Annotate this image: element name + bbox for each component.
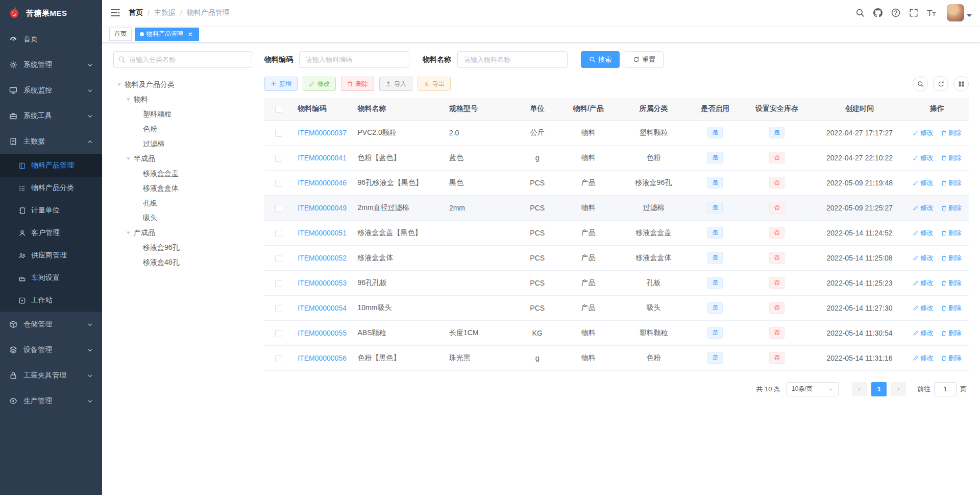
github-icon[interactable] — [873, 8, 883, 17]
material-code-link[interactable]: ITEM00000046 — [298, 179, 347, 187]
row-edit-button[interactable]: 修改 — [913, 228, 934, 238]
search-icon[interactable] — [855, 8, 865, 17]
tab-material-product-manage[interactable]: 物料产品管理 — [135, 28, 199, 41]
row-checkbox[interactable] — [275, 230, 282, 237]
breadcrumb-home[interactable]: 首页 — [129, 8, 143, 17]
reset-button[interactable]: 重置 — [625, 51, 664, 68]
row-delete-button[interactable]: 删除 — [941, 203, 962, 213]
row-edit-button[interactable]: 修改 — [913, 153, 934, 162]
row-edit-button[interactable]: 修改 — [913, 353, 934, 363]
row-edit-button[interactable]: 修改 — [913, 253, 934, 263]
goto-page-input[interactable] — [934, 382, 957, 396]
user-menu[interactable] — [947, 4, 972, 21]
tree-node[interactable]: 物料 — [113, 92, 252, 107]
row-edit-button[interactable]: 修改 — [913, 178, 934, 187]
sidebar-item-material-product-manage[interactable]: 物料产品管理 — [0, 154, 102, 177]
material-code-link[interactable]: ITEM00000041 — [298, 154, 347, 162]
material-code-link[interactable]: ITEM00000056 — [298, 354, 347, 362]
tab-close-icon[interactable] — [187, 31, 194, 38]
fullscreen-icon[interactable] — [909, 8, 918, 17]
search-button[interactable]: 搜索 — [581, 51, 620, 68]
tree-node[interactable]: 产成品 — [113, 225, 252, 240]
material-code-link[interactable]: ITEM00000051 — [298, 229, 347, 237]
sidebar-item-workshop-setting[interactable]: 车间设置 — [0, 267, 102, 289]
page-number-button[interactable]: 1 — [871, 382, 887, 396]
row-checkbox[interactable] — [275, 305, 282, 312]
sidebar-item-device-manage[interactable]: 设备管理 — [0, 337, 102, 363]
tree-node[interactable]: 塑料颗粒 — [113, 107, 252, 122]
row-edit-button[interactable]: 修改 — [913, 328, 934, 338]
tree-node[interactable]: 吸头 — [113, 210, 252, 225]
sidebar-item-system-manage[interactable]: 系统管理 — [0, 52, 102, 78]
help-icon[interactable] — [891, 8, 900, 17]
row-edit-button[interactable]: 修改 — [913, 203, 934, 213]
row-checkbox[interactable] — [275, 255, 282, 262]
row-edit-button[interactable]: 修改 — [913, 278, 934, 288]
sidebar-item-production-manage[interactable]: 生产管理 — [0, 388, 102, 414]
material-code-link[interactable]: ITEM00000055 — [298, 329, 347, 337]
tree-caret-icon[interactable] — [122, 151, 134, 166]
material-name-input[interactable] — [457, 51, 568, 68]
tree-node[interactable]: 半成品 — [113, 151, 252, 166]
tree-node[interactable]: 移液盒盒盖 — [113, 166, 252, 181]
app-logo[interactable]: 苦糖果MES — [0, 0, 102, 27]
row-delete-button[interactable]: 删除 — [941, 253, 962, 263]
tree-node[interactable]: 移液盒96孔 — [113, 240, 252, 255]
edit-button[interactable]: 修改 — [303, 77, 336, 91]
row-delete-button[interactable]: 删除 — [941, 303, 962, 313]
tree-caret-icon[interactable] — [122, 225, 134, 240]
tree-caret-icon[interactable] — [122, 92, 134, 107]
sidebar-item-material-product-category[interactable]: 物料产品分类 — [0, 177, 102, 199]
sidebar-item-customer-manage[interactable]: 客户管理 — [0, 222, 102, 244]
sidebar-item-master-data[interactable]: 主数据 — [0, 129, 102, 154]
hamburger-icon[interactable] — [110, 8, 120, 18]
tree-node[interactable]: 物料及产品分类 — [113, 77, 252, 92]
next-page-button[interactable] — [891, 382, 906, 396]
row-checkbox[interactable] — [275, 355, 282, 362]
row-delete-button[interactable]: 删除 — [941, 178, 962, 187]
tree-node[interactable]: 移液盒盒体 — [113, 181, 252, 196]
row-delete-button[interactable]: 删除 — [941, 278, 962, 288]
user-avatar[interactable] — [947, 4, 964, 21]
tree-node[interactable]: 孔板 — [113, 196, 252, 210]
category-search-input[interactable] — [113, 51, 252, 68]
add-button[interactable]: 新增 — [264, 77, 298, 91]
row-delete-button[interactable]: 删除 — [941, 328, 962, 338]
row-delete-button[interactable]: 删除 — [941, 353, 962, 363]
font-size-icon[interactable] — [927, 8, 936, 17]
select-all-checkbox[interactable] — [275, 106, 282, 113]
export-button[interactable]: 导出 — [418, 77, 451, 91]
row-delete-button[interactable]: 删除 — [941, 153, 962, 162]
tree-node[interactable]: 过滤棉 — [113, 136, 252, 151]
tree-node[interactable]: 色粉 — [113, 122, 252, 136]
row-delete-button[interactable]: 删除 — [941, 128, 962, 137]
row-checkbox[interactable] — [275, 280, 282, 287]
row-edit-button[interactable]: 修改 — [913, 128, 934, 137]
row-checkbox[interactable] — [275, 180, 282, 187]
sidebar-item-home[interactable]: 首页 — [0, 27, 102, 52]
material-code-link[interactable]: ITEM00000053 — [298, 279, 347, 287]
material-code-link[interactable]: ITEM00000049 — [298, 204, 347, 212]
material-code-link[interactable]: ITEM00000052 — [298, 254, 347, 262]
prev-page-button[interactable] — [852, 382, 867, 396]
tab-home[interactable]: 首页 — [109, 28, 132, 41]
sidebar-item-measure-unit[interactable]: 计量单位 — [0, 199, 102, 222]
breadcrumb-master-data[interactable]: 主数据 — [154, 8, 176, 17]
toggle-search-button[interactable] — [913, 76, 928, 91]
tree-node[interactable]: 移液盒48孔 — [113, 255, 252, 270]
material-code-input[interactable] — [299, 51, 409, 68]
row-delete-button[interactable]: 删除 — [941, 228, 962, 238]
delete-button[interactable]: 删除 — [341, 77, 374, 91]
material-code-link[interactable]: ITEM00000054 — [298, 304, 347, 312]
sidebar-item-system-monitor[interactable]: 系统监控 — [0, 78, 102, 103]
sidebar-item-fixture-manage[interactable]: 工装夹具管理 — [0, 363, 102, 388]
row-checkbox[interactable] — [275, 205, 282, 212]
refresh-button[interactable] — [933, 76, 948, 91]
page-size-select[interactable]: 10条/页 — [787, 382, 839, 396]
column-settings-button[interactable] — [953, 76, 969, 91]
tree-caret-icon[interactable] — [113, 77, 125, 92]
row-checkbox[interactable] — [275, 155, 282, 162]
sidebar-item-supplier-manage[interactable]: 供应商管理 — [0, 244, 102, 267]
material-code-link[interactable]: ITEM00000037 — [298, 129, 347, 137]
sidebar-item-system-tools[interactable]: 系统工具 — [0, 103, 102, 129]
